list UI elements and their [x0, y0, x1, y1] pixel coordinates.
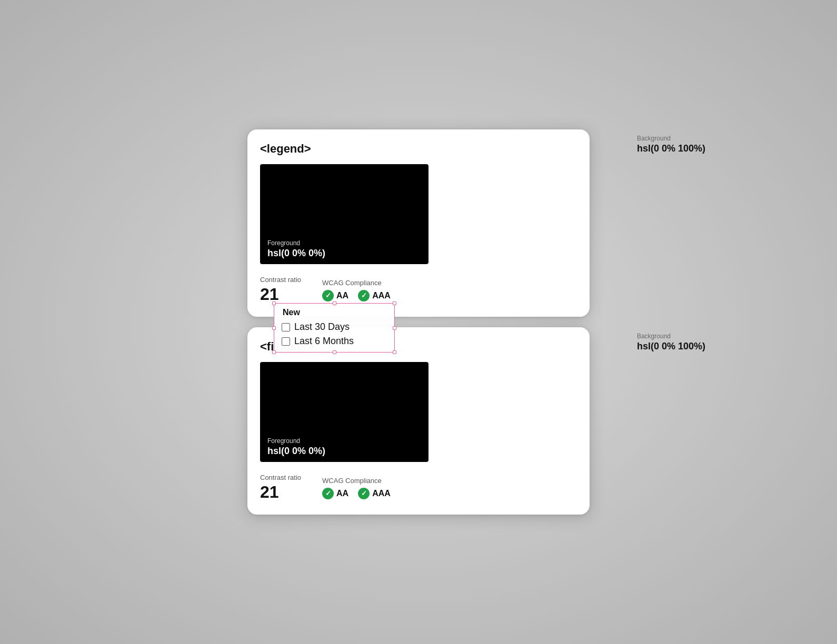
fieldset-fg-label: Foreground	[267, 437, 325, 445]
legend-wcag-section: WCAG Compliance ✓ AA ✓ AAA	[322, 279, 391, 301]
fieldset-wcag-label: WCAG Compliance	[322, 477, 391, 485]
popup-option-2[interactable]: Last 6 Months	[282, 336, 387, 347]
popup-label: New	[282, 308, 387, 317]
legend-card-title: <legend>	[260, 142, 577, 156]
handle-ml[interactable]	[272, 326, 276, 330]
legend-color-swatch: Foreground hsl(0 0% 0%)	[260, 164, 429, 264]
fieldset-wcag-section: WCAG Compliance ✓ AA ✓ AAA	[322, 477, 391, 499]
fieldset-bg-label: Background	[637, 333, 705, 340]
handle-bm[interactable]	[333, 350, 336, 354]
legend-wcag-badges: ✓ AA ✓ AAA	[322, 290, 391, 301]
fieldset-contrast-value: 21	[260, 482, 301, 502]
handle-bl[interactable]	[272, 350, 276, 354]
legend-aaa-check-icon: ✓	[358, 290, 370, 301]
fieldset-aaa-label: AAA	[372, 489, 391, 498]
legend-fg-label: Foreground	[267, 239, 325, 247]
popup-box: New Last 30 Days Last 6 Months	[274, 303, 395, 353]
popup-checkbox-2[interactable]	[282, 337, 290, 346]
popup-option-1[interactable]: Last 30 Days	[282, 321, 387, 333]
fieldset-aa-check-icon: ✓	[322, 488, 334, 499]
legend-bg-value: hsl(0 0% 100%)	[637, 143, 705, 154]
legend-bg-info: Background hsl(0 0% 100%)	[637, 135, 705, 154]
fieldset-swatch-area: Foreground hsl(0 0% 0%)	[260, 362, 429, 468]
popup-option-1-label: Last 30 Days	[294, 321, 350, 333]
fieldset-aaa-check-icon: ✓	[358, 488, 370, 499]
legend-aaa-badge: ✓ AAA	[358, 290, 391, 301]
legend-card: <legend> Foreground hsl(0 0% 0%) Backgro…	[247, 129, 590, 317]
handle-tl[interactable]	[272, 301, 276, 305]
fieldset-swatch-labels: Foreground hsl(0 0% 0%)	[267, 437, 325, 457]
legend-aa-badge: ✓ AA	[322, 290, 348, 301]
legend-aa-check-icon: ✓	[322, 290, 334, 301]
legend-bg-label: Background	[637, 135, 705, 142]
handle-mr[interactable]	[393, 326, 396, 330]
legend-swatch-area: Foreground hsl(0 0% 0%)	[260, 164, 429, 270]
handle-br[interactable]	[393, 350, 396, 354]
fieldset-contrast-label: Contrast ratio	[260, 474, 301, 481]
fieldset-bg-value: hsl(0 0% 100%)	[637, 341, 705, 352]
legend-aa-label: AA	[336, 291, 348, 300]
legend-wcag-label: WCAG Compliance	[322, 279, 391, 287]
fieldset-card-footer: Contrast ratio 21 WCAG Compliance ✓ AA ✓…	[260, 474, 577, 502]
fieldset-color-swatch: Foreground hsl(0 0% 0%)	[260, 362, 429, 462]
legend-contrast-value: 21	[260, 285, 301, 304]
page-layout: <legend> Foreground hsl(0 0% 0%) Backgro…	[247, 129, 590, 515]
popup-overlay: New Last 30 Days Last 6 Months	[274, 303, 395, 353]
legend-swatch-labels: Foreground hsl(0 0% 0%)	[267, 239, 325, 259]
legend-aaa-label: AAA	[372, 291, 391, 300]
fieldset-fg-value: hsl(0 0% 0%)	[267, 446, 325, 457]
fieldset-card-row: Foreground hsl(0 0% 0%) Background hsl(0…	[260, 362, 577, 468]
fieldset-contrast-section: Contrast ratio 21	[260, 474, 301, 502]
fieldset-aa-label: AA	[336, 489, 348, 498]
legend-fg-value: hsl(0 0% 0%)	[267, 248, 325, 259]
legend-card-footer: Contrast ratio 21 WCAG Compliance ✓ AA ✓…	[260, 276, 577, 304]
fieldset-bg-info: Background hsl(0 0% 100%)	[637, 333, 705, 352]
fieldset-aaa-badge: ✓ AAA	[358, 488, 391, 499]
handle-tr[interactable]	[393, 301, 396, 305]
handle-tm[interactable]	[333, 301, 336, 305]
popup-option-2-label: Last 6 Months	[294, 336, 354, 347]
legend-card-row: Foreground hsl(0 0% 0%) Background hsl(0…	[260, 164, 577, 270]
popup-checkbox-1[interactable]	[282, 323, 290, 331]
legend-contrast-label: Contrast ratio	[260, 276, 301, 284]
legend-contrast-section: Contrast ratio 21	[260, 276, 301, 304]
fieldset-aa-badge: ✓ AA	[322, 488, 348, 499]
fieldset-card: <fieldset> Foreground hsl(0 0% 0%) Backg…	[247, 327, 590, 515]
fieldset-wcag-badges: ✓ AA ✓ AAA	[322, 488, 391, 499]
